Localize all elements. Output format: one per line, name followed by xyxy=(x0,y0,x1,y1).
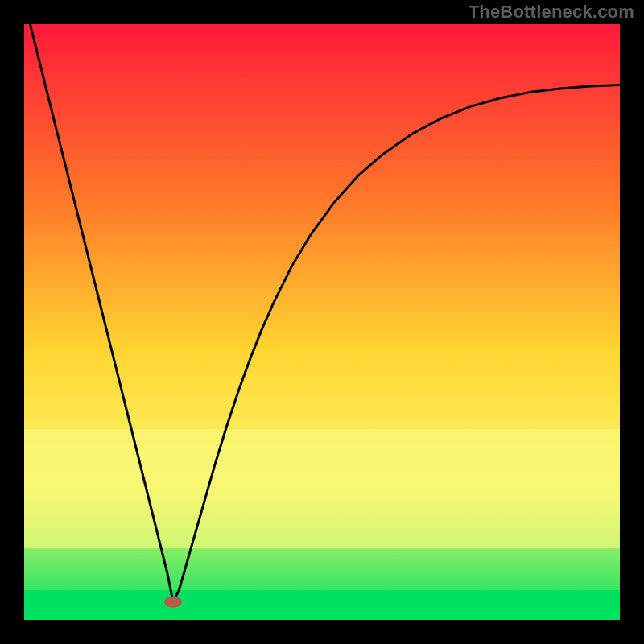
minimum-marker xyxy=(164,597,182,608)
chart-frame: TheBottleneck.com xyxy=(0,0,644,644)
plot-area xyxy=(24,24,620,620)
green-strip xyxy=(24,590,620,620)
yellow-band xyxy=(24,429,620,548)
watermark-text: TheBottleneck.com xyxy=(469,2,634,23)
chart-svg xyxy=(24,24,620,620)
